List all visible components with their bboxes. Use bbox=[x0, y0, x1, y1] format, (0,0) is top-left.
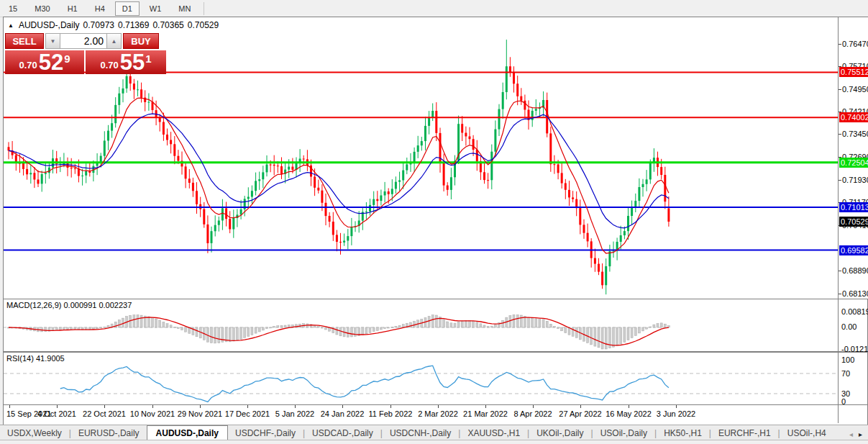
status-bar bbox=[0, 440, 868, 444]
price-tick: 0.68130 bbox=[842, 289, 868, 298]
rsi-panel[interactable]: RSI(14) 41.9005 bbox=[4, 352, 838, 405]
date-label: 11 Feb 2022 bbox=[369, 409, 413, 418]
ohlc-low: 0.70365 bbox=[152, 20, 183, 30]
chart-tab-usdcnh-daily[interactable]: USDCNH-,Daily bbox=[383, 426, 458, 440]
collapse-triangle-icon[interactable]: ▲ bbox=[8, 22, 14, 29]
chart-tab-usdcad-daily[interactable]: USDCAD-,Daily bbox=[305, 426, 380, 440]
date-tick bbox=[200, 405, 201, 408]
date-tick bbox=[676, 405, 677, 408]
macd-panel[interactable]: MACD(12,26,9) 0.000991 0.002237 bbox=[4, 299, 838, 352]
date-label: 24 Jan 2022 bbox=[321, 409, 365, 418]
ohlc-close: 0.70529 bbox=[188, 20, 219, 30]
chart-tab-audusd-daily[interactable]: AUDUSD-,Daily bbox=[147, 425, 228, 440]
date-axis-corner bbox=[838, 405, 867, 423]
price-tick: 0.76470 bbox=[842, 40, 868, 48]
rsi-value: 41.9005 bbox=[36, 354, 65, 363]
buy-button[interactable]: BUY bbox=[123, 33, 159, 49]
date-tick bbox=[57, 405, 58, 408]
date-label: 3 Jun 2022 bbox=[657, 409, 695, 418]
date-label: 8 Apr 2022 bbox=[513, 409, 552, 418]
price-level-label: 0.70529 bbox=[839, 217, 868, 227]
macd-title: MACD(12,26,9) bbox=[6, 301, 61, 309]
macd-value-signal: 0.002237 bbox=[99, 301, 132, 309]
macd-axis-tick: 0.00 bbox=[841, 322, 856, 331]
sell-price-base: 0.70 bbox=[19, 60, 37, 71]
ohlc-high: 0.71369 bbox=[118, 20, 149, 30]
volume-stepper: ▼ ▲ bbox=[45, 33, 122, 49]
date-label: 17 Dec 2021 bbox=[225, 409, 270, 418]
price-tick: 0.71930 bbox=[842, 176, 868, 184]
date-tick bbox=[152, 405, 153, 408]
timeframe-H4[interactable]: H4 bbox=[88, 1, 112, 16]
sell-button[interactable]: SELL bbox=[5, 33, 44, 49]
date-label: 27 Apr 2022 bbox=[559, 409, 601, 418]
chart-tab-usoil-daily[interactable]: USOil-,Daily bbox=[593, 426, 654, 440]
toolbar-separator bbox=[204, 2, 204, 15]
date-tick bbox=[390, 405, 391, 408]
volume-down-button[interactable]: ▼ bbox=[45, 33, 60, 49]
price-level-label: 0.71013 bbox=[839, 202, 868, 212]
date-axis: 15 Sep 20214 Oct 202122 Oct 202110 Nov 2… bbox=[4, 405, 838, 423]
timeframe-toolbar: 15M30H1H4D1W1MN bbox=[0, 0, 868, 17]
timeframe-D1[interactable]: D1 bbox=[115, 1, 140, 16]
timeframe-15[interactable]: 15 bbox=[1, 1, 24, 16]
price-tick: 0.73450 bbox=[842, 130, 868, 138]
date-label: 21 Mar 2022 bbox=[463, 409, 508, 418]
ohlc-open: 0.70973 bbox=[83, 20, 114, 30]
rsi-axis-tick: 70 bbox=[841, 369, 850, 378]
price-level-label: 0.75512 bbox=[839, 67, 868, 77]
symbol-title: AUDUSD-,Daily bbox=[19, 20, 80, 30]
rsi-plot bbox=[4, 353, 836, 404]
volume-up-button[interactable]: ▲ bbox=[106, 33, 122, 49]
sell-price-pips: 52 bbox=[39, 52, 63, 73]
date-tick bbox=[438, 405, 439, 408]
timeframe-MN[interactable]: MN bbox=[171, 1, 198, 16]
buy-price-pips: 55 bbox=[120, 52, 145, 73]
chart-header: ▲ AUDUSD-,Daily 0.70973 0.71369 0.70365 … bbox=[8, 20, 219, 30]
tab-scroll-arrows: ◂▸ bbox=[849, 430, 868, 440]
chart-tab-usoil-h4[interactable]: USOil-,H4 bbox=[780, 426, 833, 440]
macd-label: MACD(12,26,9) 0.000991 0.002237 bbox=[6, 301, 132, 309]
chart-tab-usdx-weekly[interactable]: USDX,Weekly bbox=[0, 426, 69, 440]
date-tick bbox=[247, 405, 248, 408]
sell-price-box[interactable]: 0.70 52 9 bbox=[5, 50, 84, 74]
chart-window: ▲ AUDUSD-,Daily 0.70973 0.71369 0.70365 … bbox=[3, 17, 868, 425]
date-tick bbox=[9, 405, 10, 408]
rsi-title: RSI(14) bbox=[6, 354, 34, 363]
buy-price-point: 1 bbox=[145, 53, 151, 65]
timeframe-H1[interactable]: H1 bbox=[60, 1, 85, 16]
date-label: 5 Jan 2022 bbox=[275, 409, 314, 418]
date-label: 2 Mar 2022 bbox=[418, 409, 458, 418]
macd-value-main: 0.000991 bbox=[63, 301, 96, 309]
date-tick bbox=[485, 405, 486, 408]
price-chart[interactable]: ▲ AUDUSD-,Daily 0.70973 0.71369 0.70365 … bbox=[4, 17, 838, 299]
timeframe-M30[interactable]: M30 bbox=[27, 1, 57, 16]
chart-tab-hk50-h1[interactable]: HK50-,H1 bbox=[657, 426, 709, 440]
chart-tab-ukoil-daily[interactable]: UKOil-,Daily bbox=[529, 426, 590, 440]
tab-scroll-left-icon[interactable]: ◂ bbox=[849, 430, 853, 438]
date-tick bbox=[104, 405, 105, 408]
date-tick bbox=[533, 405, 534, 408]
tab-scroll-right-icon[interactable]: ▸ bbox=[859, 430, 862, 438]
date-label: 4 Oct 2021 bbox=[37, 409, 76, 418]
chart-tab-xauusd-h1[interactable]: XAUUSD-,H1 bbox=[460, 426, 527, 440]
rsi-axis: 10070300 bbox=[838, 352, 867, 405]
date-label: 22 Oct 2021 bbox=[83, 409, 126, 418]
one-click-trade-panel: SELL ▼ ▲ BUY 0.70 52 9 0.70 55 1 bbox=[5, 33, 166, 74]
chart-tab-eurusd-daily[interactable]: EURUSD-,Daily bbox=[71, 426, 147, 440]
date-tick bbox=[295, 405, 296, 408]
price-level-label: 0.72504 bbox=[839, 158, 868, 168]
timeframe-W1[interactable]: W1 bbox=[142, 1, 169, 16]
price-tick: 0.68890 bbox=[842, 266, 868, 275]
chart-tab-usdchf-daily[interactable]: USDCHF-,Daily bbox=[228, 426, 303, 440]
buy-price-base: 0.70 bbox=[100, 60, 118, 71]
chart-tab-eurchf-h1[interactable]: EURCHF-,H1 bbox=[711, 426, 778, 440]
price-tick: 0.74950 bbox=[842, 85, 868, 94]
rsi-axis-tick: 100 bbox=[841, 355, 854, 364]
date-tick bbox=[629, 405, 629, 408]
volume-input[interactable] bbox=[60, 33, 106, 49]
rsi-label: RSI(14) 41.9005 bbox=[6, 354, 65, 363]
macd-axis-tick: 0.008197 bbox=[841, 307, 868, 316]
buy-price-box[interactable]: 0.70 55 1 bbox=[86, 50, 166, 74]
chart-tab-bar: USDX,Weekly|EURUSD-,DailyAUDUSD-,DailyUS… bbox=[0, 425, 868, 440]
